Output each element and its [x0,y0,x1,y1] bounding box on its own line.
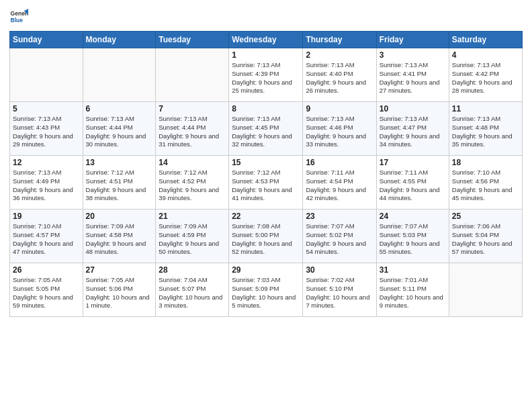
day-info: Sunrise: 7:11 AM Sunset: 4:54 PM Dayligh… [306,169,373,203]
calendar-cell: 6Sunrise: 7:13 AM Sunset: 4:44 PM Daylig… [83,102,156,156]
day-info: Sunrise: 7:13 AM Sunset: 4:42 PM Dayligh… [452,61,519,95]
calendar-cell: 16Sunrise: 7:11 AM Sunset: 4:54 PM Dayli… [303,156,376,210]
day-info: Sunrise: 7:13 AM Sunset: 4:49 PM Dayligh… [13,169,80,203]
day-number: 6 [86,104,153,113]
day-number: 5 [13,104,80,113]
calendar-cell: 25Sunrise: 7:06 AM Sunset: 5:04 PM Dayli… [449,210,522,263]
calendar-cell: 8Sunrise: 7:13 AM Sunset: 4:45 PM Daylig… [229,102,303,156]
day-number: 2 [306,50,373,60]
day-info: Sunrise: 7:10 AM Sunset: 4:56 PM Dayligh… [452,169,519,203]
day-number: 30 [306,265,373,275]
calendar-cell [10,48,83,102]
week-row-3: 12Sunrise: 7:13 AM Sunset: 4:49 PM Dayli… [10,156,523,210]
calendar-table: SundayMondayTuesdayWednesdayThursdayFrid… [9,31,523,317]
week-row-5: 26Sunrise: 7:05 AM Sunset: 5:05 PM Dayli… [10,263,523,317]
calendar-cell: 5Sunrise: 7:13 AM Sunset: 4:43 PM Daylig… [10,102,83,156]
day-info: Sunrise: 7:09 AM Sunset: 4:58 PM Dayligh… [86,222,153,257]
day-number: 31 [380,265,446,275]
day-number: 29 [232,265,300,275]
calendar-cell: 10Sunrise: 7:13 AM Sunset: 4:47 PM Dayli… [376,102,449,156]
day-info: Sunrise: 7:03 AM Sunset: 5:09 PM Dayligh… [232,276,300,310]
calendar-cell: 7Sunrise: 7:13 AM Sunset: 4:44 PM Daylig… [156,102,229,156]
calendar-cell: 21Sunrise: 7:09 AM Sunset: 4:59 PM Dayli… [156,210,229,263]
day-info: Sunrise: 7:13 AM Sunset: 4:39 PM Dayligh… [232,61,300,95]
calendar-cell [156,48,229,102]
day-info: Sunrise: 7:04 AM Sunset: 5:07 PM Dayligh… [159,276,226,310]
calendar-cell: 4Sunrise: 7:13 AM Sunset: 4:42 PM Daylig… [449,48,522,102]
weekday-header-sunday: Sunday [10,32,83,48]
day-number: 1 [232,50,300,60]
calendar-cell: 23Sunrise: 7:07 AM Sunset: 5:02 PM Dayli… [303,210,376,263]
weekday-header-wednesday: Wednesday [229,32,303,48]
calendar-cell: 1Sunrise: 7:13 AM Sunset: 4:39 PM Daylig… [229,48,303,102]
calendar-cell: 12Sunrise: 7:13 AM Sunset: 4:49 PM Dayli… [10,156,83,210]
calendar-cell: 30Sunrise: 7:02 AM Sunset: 5:10 PM Dayli… [303,263,376,317]
calendar-cell: 28Sunrise: 7:04 AM Sunset: 5:07 PM Dayli… [156,263,229,317]
calendar-cell: 29Sunrise: 7:03 AM Sunset: 5:09 PM Dayli… [229,263,303,317]
calendar-cell: 13Sunrise: 7:12 AM Sunset: 4:51 PM Dayli… [83,156,156,210]
day-info: Sunrise: 7:13 AM Sunset: 4:40 PM Dayligh… [306,61,373,95]
day-number: 12 [13,158,80,167]
day-number: 14 [159,158,226,167]
week-row-2: 5Sunrise: 7:13 AM Sunset: 4:43 PM Daylig… [10,102,523,156]
day-info: Sunrise: 7:07 AM Sunset: 5:03 PM Dayligh… [380,222,446,257]
calendar-cell: 24Sunrise: 7:07 AM Sunset: 5:03 PM Dayli… [376,210,449,263]
day-info: Sunrise: 7:05 AM Sunset: 5:06 PM Dayligh… [86,276,153,310]
day-info: Sunrise: 7:13 AM Sunset: 4:43 PM Dayligh… [13,115,80,149]
day-number: 28 [159,265,226,275]
day-number: 4 [452,50,519,60]
day-number: 10 [380,104,446,113]
calendar-cell: 27Sunrise: 7:05 AM Sunset: 5:06 PM Dayli… [83,263,156,317]
day-info: Sunrise: 7:11 AM Sunset: 4:55 PM Dayligh… [380,169,446,203]
day-number: 18 [452,158,519,167]
day-number: 26 [13,265,80,275]
day-number: 17 [380,158,446,167]
calendar-cell: 3Sunrise: 7:13 AM Sunset: 4:41 PM Daylig… [376,48,449,102]
day-info: Sunrise: 7:12 AM Sunset: 4:53 PM Dayligh… [232,169,300,203]
weekday-header-friday: Friday [376,32,449,48]
calendar-cell: 11Sunrise: 7:13 AM Sunset: 4:48 PM Dayli… [449,102,522,156]
day-info: Sunrise: 7:01 AM Sunset: 5:11 PM Dayligh… [380,276,446,310]
day-number: 20 [86,212,153,221]
weekday-header-monday: Monday [83,32,156,48]
day-number: 7 [159,104,226,113]
weekday-header-thursday: Thursday [303,32,376,48]
logo: General Blue [9,7,28,26]
calendar-cell: 26Sunrise: 7:05 AM Sunset: 5:05 PM Dayli… [10,263,83,317]
day-info: Sunrise: 7:07 AM Sunset: 5:02 PM Dayligh… [306,222,373,257]
week-row-4: 19Sunrise: 7:10 AM Sunset: 4:57 PM Dayli… [10,210,523,263]
day-number: 24 [380,212,446,221]
day-number: 13 [86,158,153,167]
svg-text:Blue: Blue [11,17,24,24]
calendar-cell: 2Sunrise: 7:13 AM Sunset: 4:40 PM Daylig… [303,48,376,102]
calendar-header-row: SundayMondayTuesdayWednesdayThursdayFrid… [10,32,523,48]
day-info: Sunrise: 7:13 AM Sunset: 4:47 PM Dayligh… [380,115,446,149]
calendar-cell [449,263,522,317]
day-number: 19 [13,212,80,221]
day-info: Sunrise: 7:13 AM Sunset: 4:44 PM Dayligh… [159,115,226,149]
header: General Blue [9,7,523,26]
calendar-cell: 20Sunrise: 7:09 AM Sunset: 4:58 PM Dayli… [83,210,156,263]
day-info: Sunrise: 7:08 AM Sunset: 5:00 PM Dayligh… [232,222,300,257]
day-number: 25 [452,212,519,221]
day-number: 22 [232,212,300,221]
calendar-cell: 19Sunrise: 7:10 AM Sunset: 4:57 PM Dayli… [10,210,83,263]
day-info: Sunrise: 7:05 AM Sunset: 5:05 PM Dayligh… [13,276,80,310]
day-number: 16 [306,158,373,167]
calendar-cell: 15Sunrise: 7:12 AM Sunset: 4:53 PM Dayli… [229,156,303,210]
calendar-body: 1Sunrise: 7:13 AM Sunset: 4:39 PM Daylig… [10,48,523,317]
weekday-header-saturday: Saturday [449,32,522,48]
day-info: Sunrise: 7:02 AM Sunset: 5:10 PM Dayligh… [306,276,373,310]
weekday-header-tuesday: Tuesday [156,32,229,48]
page: General Blue SundayMondayTuesdayWednesda… [0,0,532,411]
day-info: Sunrise: 7:13 AM Sunset: 4:44 PM Dayligh… [86,115,153,149]
day-number: 8 [232,104,300,113]
calendar-cell: 31Sunrise: 7:01 AM Sunset: 5:11 PM Dayli… [376,263,449,317]
calendar-cell: 17Sunrise: 7:11 AM Sunset: 4:55 PM Dayli… [376,156,449,210]
day-info: Sunrise: 7:09 AM Sunset: 4:59 PM Dayligh… [159,222,226,257]
day-number: 23 [306,212,373,221]
calendar-cell [83,48,156,102]
day-info: Sunrise: 7:10 AM Sunset: 4:57 PM Dayligh… [13,222,80,257]
day-info: Sunrise: 7:06 AM Sunset: 5:04 PM Dayligh… [452,222,519,257]
day-number: 15 [232,158,300,167]
